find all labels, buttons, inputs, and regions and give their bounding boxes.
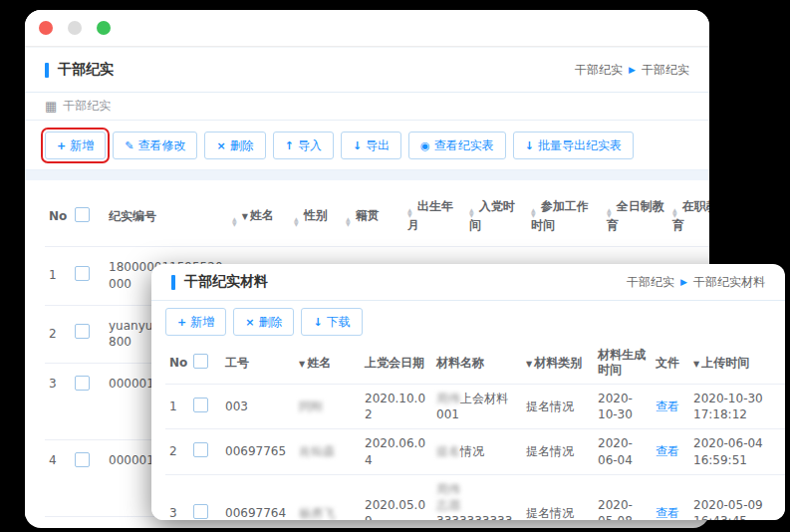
filter-icon[interactable]: ▼ [242,212,248,221]
sort-icon[interactable]: ▲▼ [407,207,412,217]
cell-text: 4 [49,453,57,467]
page-title: 干部纪实材料 [171,273,268,291]
column-label: 纪实编号 [109,209,156,223]
window-titlebar [25,10,709,47]
sort-icon[interactable]: ▲▼ [672,207,677,217]
download-icon: ↓ [525,140,534,151]
toolbar-button[interactable]: ×删除 [233,308,294,336]
breadcrumb: 干部纪实 ▶ 干部纪实 [575,62,689,79]
row-checkbox[interactable] [193,442,208,457]
table-row[interactable]: 300697764杨勇飞2020.05.09周伟志愿333333333333提名… [165,474,785,520]
view-file-link[interactable]: 查看 [656,399,679,413]
row-checkbox[interactable] [75,324,90,339]
table-cell: 提名情况 [522,385,594,429]
sort-icon[interactable]: ▲▼ [469,207,474,217]
filter-icon[interactable]: ▼ [526,360,532,369]
column-header: No [165,342,189,385]
column-label: 文件 [656,356,679,370]
table-cell: 2020.10.02 [361,385,432,429]
column-header: ▲▼参加工作时间 [527,186,603,247]
table-cell: 00697764 [221,474,295,520]
traffic-light-minimize-icon[interactable] [68,21,82,35]
cell-text: 2020-05-09 16:43:45 [693,498,763,520]
toolbar-button[interactable]: ↑导入 [273,132,334,159]
button-label: 删除 [258,316,282,328]
sort-icon[interactable]: ▲▼ [232,216,237,226]
filter-icon[interactable]: ▼ [693,360,699,369]
toolbar-button[interactable]: ◉查看纪实表 [408,132,506,159]
table-cell: 提名情况 [432,429,522,474]
table-cell: 2020-10-30 [594,385,652,429]
breadcrumb-arrow-icon: ▶ [680,277,687,287]
button-label: 导入 [298,139,322,151]
redacted-text: 志愿 [436,498,460,512]
view-file-link[interactable]: 查看 [656,444,679,458]
materials-table-wrap: No工号▼姓名上党会日期材料名称▼材料类别材料生成时间文件▼上传时间 1003阿… [151,342,785,520]
breadcrumb: 干部纪实 ▶ 干部纪实材料 [627,274,765,291]
breadcrumb-item[interactable]: 干部纪实 [627,274,674,291]
cell-text: 提名情况 [526,399,574,413]
cell-text: 3 [169,506,177,520]
table-cell [189,474,221,520]
cadre-materials-window: 干部纪实材料 干部纪实 ▶ 干部纪实材料 +新增×删除↓下载 No工号▼姓名上党… [151,264,785,520]
toolbar-button[interactable]: ↓下载 [301,308,362,336]
table-cell [71,440,105,517]
table-cell: 1 [165,385,189,429]
toolbar-button[interactable]: +新增 [165,308,226,336]
cell-text: 2020-05-08 [598,498,633,520]
toolbar-divider-band [25,170,709,180]
sort-icon[interactable]: ▲▼ [346,216,351,226]
column-header: ▲▼在职教育 [668,186,709,247]
select-all-checkbox[interactable] [193,354,208,369]
cell-text: 情况 [460,444,484,458]
cell-text: 1 [169,399,177,413]
page-header: 干部纪实材料 干部纪实 ▶ 干部纪实材料 [151,264,785,301]
breadcrumb-item[interactable]: 干部纪实 [575,62,623,79]
row-checkbox[interactable] [193,398,208,412]
redacted-text: 周伟 [436,482,460,496]
redacted-text: 肖灿森 [299,444,335,458]
traffic-light-close-icon[interactable] [39,21,53,35]
toolbar-button[interactable]: ×删除 [204,132,265,159]
page-title: 干部纪实 [45,61,114,79]
column-header: ▲▼出生年月 [403,186,465,247]
front-toolbar: +新增×删除↓下载 [151,301,785,342]
redacted-text: 周伟 [436,392,460,405]
column-header: ▲▼性别 [290,186,342,247]
row-checkbox[interactable] [75,266,90,281]
cell-text: 2020.05.09 [365,498,425,520]
column-label: 上党会日期 [365,356,424,370]
sort-icon[interactable]: ▲▼ [607,207,612,217]
button-label: 查看纪实表 [434,139,494,151]
table-cell: 阿刚 [295,385,361,429]
table-header-row: No纪实编号▲▼▼姓名▲▼性别▲▼籍贯▲▼出生年月▲▼入党时间▲▼参加工作时间▲… [45,186,709,247]
row-checkbox[interactable] [75,376,90,391]
sort-icon[interactable]: ▲▼ [531,207,536,217]
toolbar-button[interactable]: ↓导出 [341,132,401,159]
traffic-light-maximize-icon[interactable] [97,21,111,35]
cell-text: 1 [49,268,57,282]
button-label: 新增 [190,316,214,328]
button-label: 新增 [70,139,94,151]
sort-icon[interactable]: ▲▼ [294,216,299,226]
table-cell: 查看 [652,385,689,429]
column-header: ▲▼入党时间 [465,186,527,247]
view-file-link[interactable]: 查看 [656,506,679,520]
toolbar-button[interactable]: ↓批量导出纪实表 [513,132,634,159]
filter-icon[interactable]: ▼ [299,360,305,369]
cell-text: 2020-06-04 16:59:51 [693,436,763,466]
row-checkbox[interactable] [193,504,208,519]
cell-text: 2020-10-30 17:18:12 [693,392,763,421]
select-all-checkbox[interactable] [75,207,90,222]
row-checkbox[interactable] [75,452,90,467]
breadcrumb-item-current: 干部纪实 [642,62,689,79]
button-label: 导出 [366,139,390,151]
table-row[interactable]: 1003阿刚2020.10.02周伟上会材料001提名情况2020-10-30查… [165,385,785,429]
toolbar-button[interactable]: +新增 [45,132,106,159]
page-header: 干部纪实 干部纪实 ▶ 干部纪实 [25,47,709,93]
toolbar-button[interactable]: ✎查看修改 [113,132,197,159]
table-cell: 1 [45,247,71,306]
table-cell: 2020-06-04 [594,429,652,474]
table-row[interactable]: 200697765肖灿森2020.06.04提名情况提名情况2020-06-04… [165,429,785,474]
redacted-text: 提名 [436,444,460,458]
